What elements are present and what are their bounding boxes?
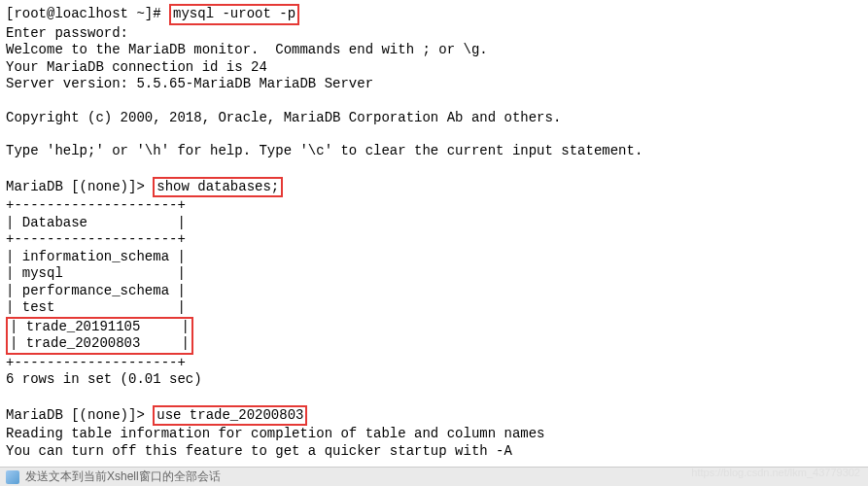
rows-in-set: 6 rows in set (0.01 sec)	[6, 371, 862, 389]
mariadb-prompt-none: MariaDB [(none)]>	[6, 407, 153, 423]
send-icon	[6, 470, 19, 484]
db-row-highlighted-group: | trade_20191105 || trade_20200803 |	[6, 317, 862, 355]
table-bottom-border: +--------------------+	[6, 355, 862, 372]
prompt-use-db: MariaDB [(none)]> use trade_20200803	[6, 405, 862, 427]
welcome-line: Welcome to the MariaDB monitor. Commands…	[6, 42, 862, 59]
cmd-show-databases: show databases;	[153, 177, 283, 198]
prompt-show-db: MariaDB [(none)]> show databases;	[6, 177, 862, 198]
db-row: | mysql |	[6, 265, 862, 283]
db-row-trade1: | trade_20191105 |	[10, 319, 190, 336]
shell-prompt: [root@loaclhost ~]#	[6, 6, 169, 21]
table-sep: +--------------------+	[6, 231, 862, 249]
prompt-line-login: [root@loaclhost ~]# mysql -uroot -p	[6, 4, 862, 25]
connection-id: Your MariaDB connection id is 24	[6, 59, 862, 77]
cmd-use-trade: use trade_20200803	[153, 405, 307, 427]
cmd-mysql-login: mysql -uroot -p	[169, 4, 299, 25]
table-header: | Database |	[6, 215, 862, 232]
enter-password: Enter password:	[6, 25, 862, 43]
mariadb-prompt-none: MariaDB [(none)]>	[6, 179, 153, 194]
reading-table-info: Reading table information for completion…	[6, 426, 862, 443]
server-version: Server version: 5.5.65-MariaDB MariaDB S…	[6, 76, 862, 93]
db-row-trade2: | trade_20200803 |	[10, 335, 190, 353]
db-row: | information_schema |	[6, 249, 862, 266]
table-top-border: +--------------------+	[6, 197, 862, 215]
copyright-line: Copyright (c) 2000, 2018, Oracle, MariaD…	[6, 110, 862, 127]
footer-text: 发送文本到当前Xshell窗口的全部会话	[25, 469, 221, 484]
db-row: | test |	[6, 299, 862, 317]
watermark: https://blog.csdn.net/lkm_43779302	[691, 467, 860, 480]
turnoff-feature: You can turn off this feature to get a q…	[6, 443, 862, 461]
help-line: Type 'help;' or '\h' for help. Type '\c'…	[6, 143, 862, 160]
db-row: | performance_schema |	[6, 283, 862, 300]
